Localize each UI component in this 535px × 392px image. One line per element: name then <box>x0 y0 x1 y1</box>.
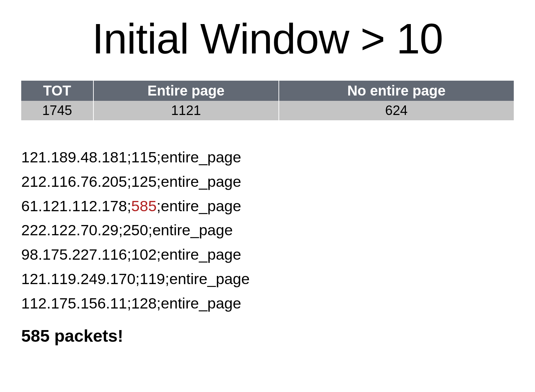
table-row: 1745 1121 624 <box>21 101 514 120</box>
log-tag: entire_page <box>161 295 241 312</box>
table-cell-entire-page: 1121 <box>93 101 279 120</box>
log-count: 585 <box>131 197 157 214</box>
log-line: 61.121.112.178;585;entire_page <box>21 194 514 218</box>
log-line: 121.119.249.170;119;entire_page <box>21 267 514 291</box>
log-tag: entire_page <box>161 149 241 166</box>
log-tag: entire_page <box>161 197 241 214</box>
log-line: 212.116.76.205;125;entire_page <box>21 169 514 194</box>
table-header-row: TOT Entire page No entire page <box>21 81 514 101</box>
log-line: 98.175.227.116;102;entire_page <box>21 242 514 267</box>
log-count: 119 <box>140 270 165 287</box>
log-ip: 61.121.112.178 <box>21 197 127 214</box>
log-line: 112.175.156.11;128;entire_page <box>21 291 514 316</box>
log-tag: entire_page <box>161 173 241 190</box>
log-count: 102 <box>131 246 157 263</box>
log-ip: 121.119.249.170 <box>21 270 136 287</box>
log-line: 121.189.48.181;115;entire_page <box>21 145 514 169</box>
log-count: 125 <box>131 173 157 190</box>
table-cell-tot: 1745 <box>21 101 93 120</box>
log-tag: entire_page <box>169 270 249 287</box>
log-ip: 121.189.48.181 <box>21 149 127 166</box>
log-ip: 98.175.227.116 <box>21 246 127 263</box>
slide-title: Initial Window > 10 <box>21 14 514 63</box>
table-cell-no-entire-page: 624 <box>279 101 514 120</box>
table-header-no-entire-page: No entire page <box>279 81 514 101</box>
callout-text: 585 packets! <box>21 326 514 346</box>
log-list: 121.189.48.181;115;entire_page212.116.76… <box>21 145 514 316</box>
log-count: 128 <box>131 295 157 312</box>
log-count: 250 <box>123 221 148 238</box>
log-line: 222.122.70.29;250;entire_page <box>21 218 514 242</box>
log-ip: 112.175.156.11 <box>21 295 127 312</box>
log-count: 115 <box>131 149 157 166</box>
log-ip: 222.122.70.29 <box>21 221 119 238</box>
log-tag: entire_page <box>153 221 233 238</box>
table-header-entire-page: Entire page <box>93 81 279 101</box>
table-header-tot: TOT <box>21 81 93 101</box>
summary-table: TOT Entire page No entire page 1745 1121… <box>21 81 514 120</box>
log-ip: 212.116.76.205 <box>21 173 127 190</box>
log-tag: entire_page <box>161 246 241 263</box>
